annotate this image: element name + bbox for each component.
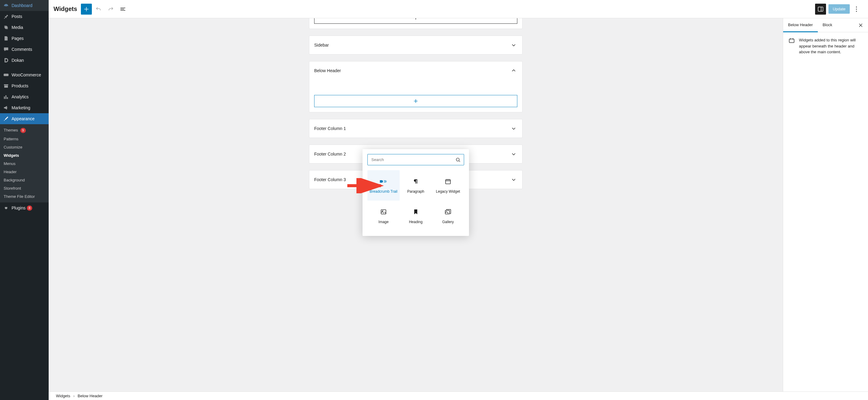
block-option-breadcrumb-trail[interactable]: Breadcrumb Trail xyxy=(367,170,400,201)
svg-rect-7 xyxy=(445,180,451,184)
megaphone-icon xyxy=(3,105,9,111)
svg-point-4 xyxy=(856,8,857,9)
submenu-patterns[interactable]: Patterns xyxy=(0,135,49,143)
editor-topbar: Widgets Update xyxy=(49,0,868,18)
chevron-down-icon xyxy=(510,125,517,132)
block-option-image[interactable]: Image xyxy=(367,201,400,231)
update-button[interactable]: Update xyxy=(829,4,850,14)
dashboard-icon xyxy=(3,2,9,8)
block-option-paragraph[interactable]: Paragraph xyxy=(400,170,432,201)
tab-block[interactable]: Block xyxy=(818,18,837,32)
submenu-theme-file-editor[interactable]: Theme File Editor xyxy=(0,192,49,201)
media-icon xyxy=(3,24,9,30)
brush-icon xyxy=(3,116,9,122)
comment-icon xyxy=(3,46,9,52)
add-block-button[interactable] xyxy=(314,18,517,24)
widget-area-sidebar: Sidebar xyxy=(309,36,522,54)
add-block-button[interactable] xyxy=(314,95,517,107)
submenu-themes[interactable]: Themes 9 xyxy=(0,126,49,135)
widget-area-header[interactable]: Sidebar xyxy=(309,36,522,54)
redo-button[interactable] xyxy=(105,4,116,15)
admin-menu-analytics[interactable]: Analytics xyxy=(0,91,49,102)
svg-point-6 xyxy=(456,158,459,161)
calendar-icon xyxy=(444,177,452,186)
add-block-toggle[interactable] xyxy=(81,4,92,15)
widget-area-footer-column-1: Footer Column 1 xyxy=(309,119,522,138)
page-title: Widgets xyxy=(54,5,77,12)
block-search-input[interactable] xyxy=(367,154,464,165)
svg-rect-2 xyxy=(818,7,823,11)
image-icon xyxy=(380,208,387,216)
chart-icon xyxy=(3,94,9,100)
chevron-down-icon xyxy=(510,41,517,49)
svg-point-9 xyxy=(382,211,383,211)
badge: 9 xyxy=(20,128,26,133)
settings-sidebar: Below Header Block Widgets added to this… xyxy=(783,18,868,392)
submenu-widgets[interactable]: Widgets xyxy=(0,151,49,160)
widget-area-header[interactable]: Footer Column 1 xyxy=(309,119,522,138)
pin-icon xyxy=(3,13,9,20)
block-option-gallery[interactable]: Gallery xyxy=(432,201,464,231)
admin-menu-woocommerce[interactable]: WooCommerce xyxy=(0,69,49,80)
submenu-customize[interactable]: Customize xyxy=(0,143,49,151)
bookmark-icon xyxy=(412,208,420,216)
admin-menu-plugins[interactable]: Plugins8 xyxy=(0,202,49,213)
admin-menu-dokan[interactable]: Dokan xyxy=(0,55,49,66)
svg-point-0 xyxy=(6,6,7,7)
tab-widget-area[interactable]: Below Header xyxy=(783,18,818,32)
submenu-menus[interactable]: Menus xyxy=(0,160,49,168)
chevron-down-icon xyxy=(510,176,517,183)
settings-panel-toggle[interactable] xyxy=(815,4,826,15)
admin-menu-posts[interactable]: Posts xyxy=(0,11,49,22)
badge: 8 xyxy=(27,205,32,211)
admin-menu-comments[interactable]: Comments xyxy=(0,44,49,55)
editor-canvas: SidebarBelow HeaderFooter Column 1Footer… xyxy=(49,18,783,392)
block-option-heading[interactable]: Heading xyxy=(400,201,432,231)
plug-icon xyxy=(3,205,9,211)
svg-point-5 xyxy=(856,11,857,11)
options-menu[interactable] xyxy=(851,4,862,15)
svg-rect-1 xyxy=(4,74,8,76)
block-inserter-popover: Breadcrumb TrailParagraphLegacy WidgetIm… xyxy=(363,149,469,236)
submenu-header[interactable]: Header xyxy=(0,168,49,176)
page-icon xyxy=(3,35,9,41)
widget-area-header[interactable]: Below Header xyxy=(309,61,522,80)
admin-menu-media[interactable]: Media xyxy=(0,22,49,33)
admin-menu-appearance[interactable]: Appearance xyxy=(0,113,49,124)
admin-menu-dashboard[interactable]: Dashboard xyxy=(0,0,49,11)
breadcrumb-icon xyxy=(379,177,388,186)
submenu-background[interactable]: Background xyxy=(0,176,49,184)
admin-menu-products[interactable]: Products xyxy=(0,80,49,91)
admin-menu-pages[interactable]: Pages xyxy=(0,33,49,44)
search-icon xyxy=(455,157,461,163)
list-view-button[interactable] xyxy=(117,4,128,15)
admin-menu-marketing[interactable]: Marketing xyxy=(0,102,49,113)
undo-button[interactable] xyxy=(93,4,104,15)
widget-area-below-header: Below Header xyxy=(309,61,522,112)
woo-icon xyxy=(3,72,9,78)
chevron-up-icon xyxy=(510,67,517,74)
chevron-down-icon xyxy=(510,150,517,158)
gallery-icon xyxy=(444,208,452,216)
dokan-icon xyxy=(3,57,9,63)
breadcrumb-current[interactable]: Below Header xyxy=(78,394,102,398)
widget-area-description: Widgets added to this region will appear… xyxy=(799,37,863,55)
svg-rect-11 xyxy=(789,39,794,42)
block-option-legacy-widget[interactable]: Legacy Widget xyxy=(432,170,464,201)
archive-icon xyxy=(3,83,9,89)
chevron-right-icon: › xyxy=(73,394,74,398)
breadcrumb-root[interactable]: Widgets xyxy=(56,394,70,398)
block-breadcrumb: Widgets › Below Header xyxy=(49,392,868,400)
widget-area-icon xyxy=(788,37,795,55)
admin-sidebar: DashboardPostsMediaPagesCommentsDokanWoo… xyxy=(0,0,49,400)
close-settings-button[interactable] xyxy=(854,19,868,31)
svg-point-3 xyxy=(856,6,857,7)
submenu-storefront[interactable]: Storefront xyxy=(0,184,49,192)
paragraph-icon xyxy=(412,177,420,186)
